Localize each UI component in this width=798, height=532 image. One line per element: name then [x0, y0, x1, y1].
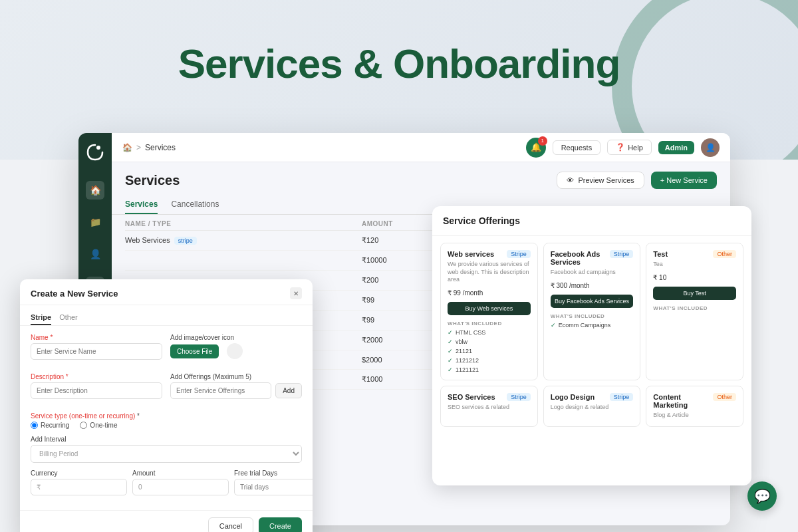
- notification-badge: 1: [538, 136, 547, 146]
- icon-preview-circle: [227, 343, 243, 359]
- help-button[interactable]: ❓ Help: [607, 140, 652, 155]
- included-item: Ecomm Campaigns: [559, 322, 611, 329]
- preview-services-button[interactable]: 👁 Preview Services: [557, 172, 644, 189]
- new-service-button[interactable]: + New Service: [651, 172, 717, 189]
- form-group-image: Add image/cover icon Choose File: [170, 334, 302, 360]
- eye-icon: 👁: [567, 176, 574, 184]
- included-item: 21121: [456, 348, 472, 354]
- modal-tab-other[interactable]: Other: [59, 311, 78, 325]
- buy-facebook-button[interactable]: Buy Facebook Ads Services: [551, 295, 634, 308]
- form-group-trial: Free trial Days: [234, 469, 313, 495]
- currency-row: Currency Amount Free trial Days: [31, 469, 302, 495]
- modal-close-button[interactable]: ✕: [290, 287, 302, 299]
- page-title: Services: [125, 173, 180, 188]
- offering-card-logo: Logo Design Stripe Logo design & related: [543, 386, 641, 427]
- choose-file-button[interactable]: Choose File: [170, 344, 219, 358]
- offering-name: SEO Services: [448, 393, 500, 401]
- modal-body: Name * Add image/cover icon Choose File …: [20, 326, 313, 510]
- page-header: Services 👁 Preview Services + New Servic…: [112, 162, 730, 189]
- offerings-header: Service Offerings: [432, 206, 751, 236]
- form-row-desc-offerings: Description * Add Offerings (Maximum 5) …: [31, 373, 302, 406]
- modal-tab-stripe[interactable]: Stripe: [31, 311, 51, 325]
- create-button[interactable]: Create: [259, 517, 302, 532]
- service-type-options: Recurring One-time: [31, 422, 302, 429]
- name-input[interactable]: [31, 343, 162, 360]
- offering-desc: We provide various services of web desig…: [448, 261, 531, 284]
- form-group-interval: Add Interval Billing Period: [31, 436, 302, 463]
- form-row-name-image: Name * Add image/cover icon Choose File: [31, 334, 302, 366]
- modal-header: Create a New Service ✕: [20, 279, 313, 305]
- desc-input[interactable]: [31, 382, 162, 399]
- onetime-option: One-time: [80, 422, 117, 429]
- offering-desc: Tea: [653, 261, 736, 269]
- offering-price: ₹ 10: [653, 274, 736, 281]
- whats-included-label: WHAT'S INCLUDED: [551, 313, 634, 319]
- svg-point-0: [96, 146, 100, 150]
- offering-name: Test: [653, 250, 706, 258]
- name-label: Name *: [31, 334, 162, 341]
- offering-card-facebook-ads: Facebook Ads Services Stripe Facebook ad…: [543, 243, 641, 380]
- included-item: 1121212: [456, 357, 479, 364]
- currency-input[interactable]: [31, 479, 127, 495]
- whats-included-label: WHAT'S INCLUDED: [653, 305, 736, 311]
- cancel-button[interactable]: Cancel: [208, 517, 253, 532]
- offering-card-web-services: Web services Stripe We provide various s…: [440, 243, 538, 380]
- service-offerings-panel: Service Offerings Web services Stripe We…: [432, 206, 751, 485]
- trial-input[interactable]: [234, 479, 313, 495]
- offering-desc: SEO services & related: [448, 404, 531, 412]
- topbar: 🏠 > Services 🔔 1 Requests ❓ Help Admin 👤: [112, 133, 730, 162]
- offering-price: ₹ 99 /month: [448, 289, 531, 297]
- row-name: Web Servicesstripe: [125, 236, 362, 245]
- tab-cancellations[interactable]: Cancellations: [171, 196, 219, 214]
- recurring-option: Recurring: [31, 422, 69, 429]
- breadcrumb-current: Services: [145, 143, 176, 152]
- onetime-radio[interactable]: [80, 422, 87, 429]
- offering-card-content: Content Marketing Other Blog & Article: [646, 386, 743, 427]
- offerings-bottom-row: SEO Services Stripe SEO services & relat…: [432, 380, 751, 435]
- currency-label: Currency: [31, 469, 127, 477]
- user-avatar[interactable]: 👤: [701, 138, 720, 157]
- sidebar-item-user[interactable]: 👤: [86, 245, 104, 263]
- offerings-input[interactable]: [170, 382, 271, 399]
- buy-test-button[interactable]: Buy Test: [653, 287, 736, 300]
- offering-name: Web services: [448, 250, 500, 258]
- notification-button[interactable]: 🔔 1: [526, 138, 546, 158]
- stripe-badge: Stripe: [507, 393, 531, 401]
- stripe-badge: Stripe: [507, 250, 531, 258]
- admin-badge: Admin: [658, 141, 694, 154]
- form-group-service-type: Service type (one-time or recurring) * R…: [31, 412, 302, 429]
- breadcrumb: 🏠 > Services: [122, 143, 521, 152]
- form-group-offerings: Add Offerings (Maximum 5) Add: [170, 373, 302, 399]
- sidebar-item-home[interactable]: 🏠: [86, 181, 104, 200]
- app-logo[interactable]: [85, 142, 105, 162]
- requests-button[interactable]: Requests: [553, 140, 600, 155]
- add-offering-button[interactable]: Add: [275, 383, 302, 398]
- modal-tabs: Stripe Other: [20, 305, 313, 326]
- offering-desc: Facebook ad campaigns: [551, 269, 634, 277]
- page-actions: 👁 Preview Services + New Service: [557, 172, 717, 189]
- amount-input[interactable]: [132, 479, 229, 495]
- offering-name: Facebook Ads Services: [551, 250, 603, 266]
- form-group-desc: Description *: [31, 373, 162, 399]
- breadcrumb-separator: >: [136, 143, 141, 152]
- offerings-label: Add Offerings (Maximum 5): [170, 373, 302, 380]
- offering-name: Content Marketing: [653, 393, 706, 409]
- other-badge: Other: [713, 393, 736, 401]
- breadcrumb-home-icon[interactable]: 🏠: [122, 143, 132, 152]
- included-item: 1121121: [456, 366, 479, 373]
- stripe-badge: Stripe: [610, 393, 634, 401]
- buy-web-services-button[interactable]: Buy Web services: [448, 302, 531, 315]
- offering-price: ₹ 300 /month: [551, 282, 634, 289]
- service-type-label: Service type (one-time or recurring) *: [31, 412, 302, 420]
- recurring-radio[interactable]: [31, 422, 38, 429]
- chat-bubble[interactable]: 💬: [747, 481, 777, 511]
- amount-label: Amount: [132, 469, 229, 477]
- offering-card-test: Test Other Tea ₹ 10 Buy Test WHAT'S INCL…: [646, 243, 743, 380]
- interval-select[interactable]: Billing Period: [31, 445, 302, 463]
- included-item: vblw: [456, 338, 467, 345]
- offering-name: Logo Design: [551, 393, 603, 401]
- modal-title: Create a New Service: [31, 289, 118, 299]
- sidebar-item-folder[interactable]: 📁: [86, 213, 104, 231]
- form-group-currency: Currency: [31, 469, 127, 495]
- tab-services[interactable]: Services: [125, 196, 158, 214]
